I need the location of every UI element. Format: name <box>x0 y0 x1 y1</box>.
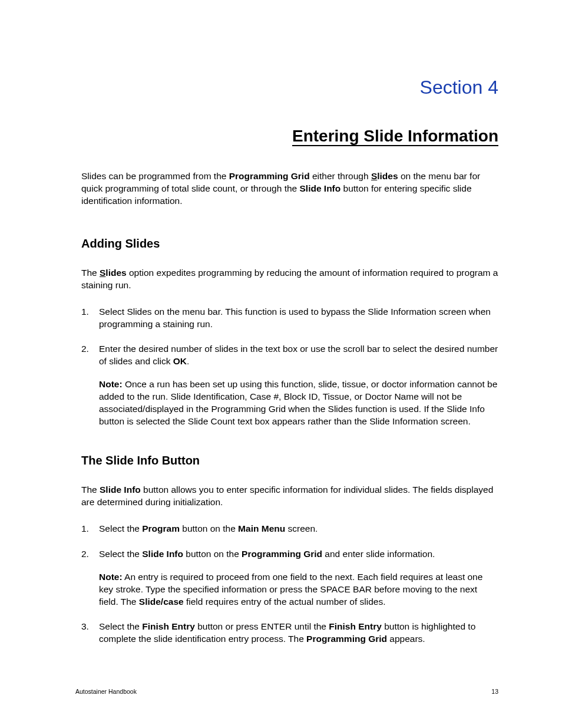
page-footer: Autostainer Handbook 13 <box>75 688 498 695</box>
bold-text: Main Menu <box>238 523 285 533</box>
text: either through <box>310 171 371 181</box>
adding-slides-steps: 1. Select Slides on the menu bar. This f… <box>81 306 498 428</box>
text: Enter the desired number of slides in th… <box>99 344 498 366</box>
text: screen. <box>285 523 318 533</box>
bold-text: Slides <box>371 171 398 181</box>
bold-text: Slides <box>100 268 127 278</box>
text: lides <box>377 171 398 181</box>
note-text: Once a run has been set up using this fu… <box>99 379 497 426</box>
bold-text: Slide Info <box>299 183 340 193</box>
text: Slides can be programmed from the <box>81 171 229 181</box>
bold-text: Slide Info <box>142 549 183 559</box>
list-item: 2. Select the Slide Info button on the P… <box>81 548 498 608</box>
subheading-slide-info-button: The Slide Info Button <box>81 454 498 467</box>
text: lides <box>105 268 126 278</box>
text: . <box>187 356 189 366</box>
text: The <box>81 485 100 495</box>
subheading-adding-slides: Adding Slides <box>81 237 498 251</box>
step-body: Select the Finish Entry button or press … <box>99 621 498 645</box>
step-body: Enter the desired number of slides in th… <box>99 343 498 428</box>
text: and enter slide information. <box>322 549 435 559</box>
list-item: 1. Select the Program button on the Main… <box>81 523 498 535</box>
text: Select the <box>99 523 142 533</box>
text: button or press ENTER until the <box>195 621 329 631</box>
footer-left: Autostainer Handbook <box>75 688 137 695</box>
list-item: 1. Select Slides on the menu bar. This f… <box>81 306 498 331</box>
bold-text: Programming Grid <box>229 171 310 181</box>
list-item: 3. Select the Finish Entry button or pre… <box>81 621 498 645</box>
bold-text: Slide/case <box>139 597 184 607</box>
text: button allows you to enter specific info… <box>81 485 493 507</box>
note-text: field requires entry of the actual numbe… <box>184 597 386 607</box>
section-label: Section 4 <box>81 77 498 98</box>
bold-text: Slide Info <box>100 485 141 495</box>
underline-letter: S <box>100 268 105 278</box>
text: appears. <box>387 634 425 644</box>
step-body: Select the Slide Info button on the Prog… <box>99 548 498 608</box>
bold-text: Finish Entry <box>142 621 195 631</box>
step-number: 1. <box>81 523 99 535</box>
step-number: 1. <box>81 306 99 331</box>
bold-text: Program <box>142 523 180 533</box>
bold-text: Programming Grid <box>242 549 322 559</box>
step-number: 3. <box>81 621 99 645</box>
underline-letter: S <box>371 171 377 181</box>
text: Select the <box>99 549 142 559</box>
page: Section 4 Entering Slide Information Sli… <box>0 0 562 728</box>
note-block: Note: Once a run has been set up using t… <box>99 378 498 428</box>
bold-text: OK <box>173 356 187 366</box>
list-item: 2. Enter the desired number of slides in… <box>81 343 498 428</box>
step-number: 2. <box>81 343 99 428</box>
step-body: Select the Program button on the Main Me… <box>99 523 498 535</box>
note-block: Note: An entry is required to proceed fr… <box>99 571 498 608</box>
text: The <box>81 268 100 278</box>
bold-text: Programming Grid <box>306 634 387 644</box>
bold-text: Finish Entry <box>329 621 382 631</box>
lead-paragraph: The Slide Info button allows you to ente… <box>81 484 498 509</box>
text: button on the <box>183 549 242 559</box>
footer-page-number: 13 <box>491 688 498 695</box>
lead-paragraph: The Slides option expedites programming … <box>81 267 498 292</box>
text: option expedites programming by reducing… <box>81 268 498 290</box>
intro-paragraph: Slides can be programmed from the Progra… <box>81 170 498 207</box>
note-label: Note: <box>99 572 123 582</box>
page-title: Entering Slide Information <box>81 127 498 146</box>
text: button on the <box>180 523 238 533</box>
note-label: Note: <box>99 379 123 389</box>
text: Select the <box>99 621 142 631</box>
slide-info-steps: 1. Select the Program button on the Main… <box>81 523 498 645</box>
step-body: Select Slides on the menu bar. This func… <box>99 306 498 331</box>
step-number: 2. <box>81 548 99 608</box>
